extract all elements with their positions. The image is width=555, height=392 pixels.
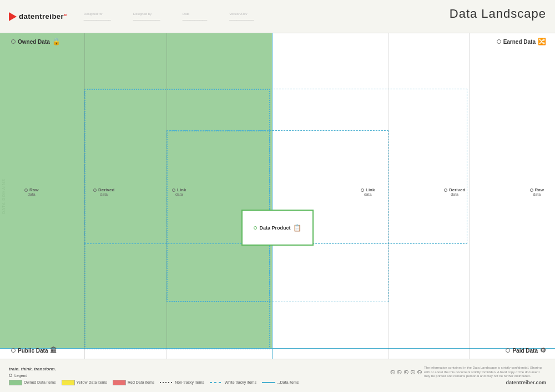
earned-data-label: Earned Data [503,39,536,45]
public-data-dot [11,348,16,353]
meta-date: Date __________ [183,12,208,21]
footer-license-icons: © © © © © The information contained in t… [390,366,546,379]
grid-line-3 [389,33,389,359]
grid-line-1 [84,33,85,359]
legend-dashed-blue: White tracky items [210,380,256,385]
owned-data-icon: 🔒 [52,38,60,45]
legend-blue-solid: ...Data items [262,380,299,385]
legend-row: Owned Data items Yellow Data items Red D… [9,380,299,385]
derived-left-label: Derived [98,187,114,192]
cc-icon: © [390,369,395,375]
earned-data-dot [497,39,501,44]
public-data-icon: 🏛 [50,347,57,354]
meta-designed-for: Designed for ___________ [84,12,111,21]
link-right-dot [361,189,364,192]
earned-data-icon: 🔀 [538,38,546,45]
header: datentreiber° Designed for ___________ D… [0,0,555,33]
link-right-label: Link [366,187,375,192]
col-link-left: Link data [172,187,186,196]
footer-url: datentreiber.com [506,380,546,385]
logo-icon [9,12,17,21]
footer-tagline: train. think. transform. [9,366,299,371]
paid-data-icon: ⚙ [540,347,546,354]
meta-version: Version/Rev __________ [229,12,254,21]
legend-dotted: Non-tracky items [160,380,204,385]
data-product-dot [254,226,257,230]
col-derived-right: Derived data [444,187,465,196]
public-data-label: Public Data [18,348,48,354]
corner-paid-data: Paid Data ⚙ [506,347,546,354]
legend-icon [9,374,12,377]
copyright-text: The information contained in the Data La… [424,366,546,379]
footer: train. think. transform. Legend Owned Da… [0,359,555,392]
link-left-dot [172,189,175,192]
logo-text: datentreiber° [19,12,67,21]
derived-left-dot [93,189,97,192]
grid-line-2 [167,33,167,359]
derived-right-dot [444,189,447,192]
legend-red: Red Data items [113,380,154,385]
page-title: Data Landscape [450,7,546,21]
data-product-label: Data Product 📋 [254,224,301,232]
corner-public-data: Public Data 🏛 [11,347,57,354]
data-product-icon: 📋 [293,224,301,232]
corner-owned-data: Owned Data 🔒 [11,38,60,45]
logo: datentreiber° [9,12,67,21]
link-left-label: Link [177,187,186,192]
col-raw-left: Raw data [24,187,38,196]
raw-left-dot [24,189,28,192]
col-link-right: Link data [361,187,375,196]
main-canvas: DATA DOMAINS Owned Data 🔒 Earned Data 🔀 … [0,33,555,359]
corner-earned-data: Earned Data 🔀 [497,38,546,45]
meta-designed-by: Designed by ___________ [133,12,160,21]
raw-left-label: Raw [29,187,38,192]
legend-yellow: Yellow Data items [62,380,107,385]
header-meta: Designed for ___________ Designed by ___… [84,12,254,21]
owned-data-label: Owned Data [18,39,50,45]
grid-line-4 [469,33,470,359]
col-raw-right: Raw data [530,187,544,196]
data-product-text: Data Product [259,225,290,231]
legend-label: Legend [14,374,27,378]
horizontal-divider [0,348,555,349]
paid-data-label: Paid Data [512,348,538,354]
col-derived-left: Derived data [93,187,114,196]
raw-right-label: Raw [535,187,544,192]
raw-right-dot [530,189,533,192]
legend-green: Owned Data items [9,380,56,385]
paid-data-dot [506,348,510,353]
derived-right-label: Derived [449,187,465,192]
data-product-box[interactable]: Data Product 📋 [241,210,314,246]
owned-data-dot [11,39,16,44]
